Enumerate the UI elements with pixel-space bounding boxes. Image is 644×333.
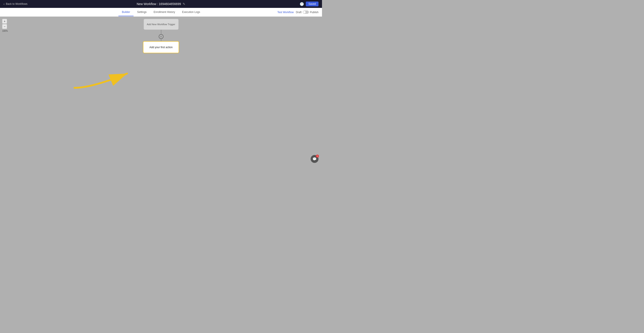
zoom-controls: + − 100%	[2, 19, 8, 32]
tab-enrollment-history[interactable]: Enrollment History	[150, 8, 178, 16]
topbar-actions: 🕐 Saved	[300, 1, 318, 6]
trigger-node[interactable]: Add New Workflow Trigger	[144, 19, 178, 30]
workflow-title-area: New Workflow : 1694604656699 ✎	[137, 2, 185, 6]
workflow-canvas: + − 100% Add New Workflow Trigger + Add …	[0, 17, 322, 166]
test-workflow-button[interactable]: Test Workflow	[277, 11, 294, 14]
zoom-out-button[interactable]: −	[2, 24, 7, 29]
navbar: Builder Settings Enrollment History Exec…	[0, 8, 322, 17]
back-label: Back to Workflows	[6, 2, 28, 5]
nav-tabs: Builder Settings Enrollment History Exec…	[118, 8, 204, 16]
zoom-level: 100%	[2, 30, 8, 32]
action-node[interactable]: Add your first action	[143, 41, 179, 53]
chat-icon: 💬	[312, 157, 317, 161]
draft-toggle-area: Draft Publish	[296, 10, 318, 14]
draft-label: Draft	[296, 11, 302, 14]
tab-settings[interactable]: Settings	[134, 8, 150, 16]
zoom-in-button[interactable]: +	[2, 19, 7, 24]
draft-publish-toggle[interactable]	[303, 10, 309, 14]
toggle-knob	[303, 11, 306, 13]
back-to-workflows[interactable]: ‹ Back to Workflows	[4, 2, 28, 6]
connector-line-2	[161, 39, 161, 41]
tab-builder[interactable]: Builder	[118, 8, 134, 16]
topbar: ‹ Back to Workflows New Workflow : 16946…	[0, 0, 322, 8]
history-icon[interactable]: 🕐	[300, 2, 304, 6]
back-chevron-icon: ‹	[4, 2, 4, 6]
nav-right-actions: Test Workflow Draft Publish	[277, 10, 318, 14]
workflow-title: New Workflow : 1694604656699	[137, 2, 181, 6]
arrow-annotation	[66, 57, 142, 92]
edit-title-icon[interactable]: ✎	[183, 2, 185, 6]
connector-line-1	[161, 30, 161, 34]
publish-label: Publish	[310, 11, 318, 14]
workflow-nodes-area: Add New Workflow Trigger + Add your firs…	[143, 19, 179, 53]
saved-button[interactable]: Saved	[306, 1, 318, 6]
chat-widget[interactable]: 💬 5	[310, 155, 318, 163]
tab-execution-logs[interactable]: Execution Logs	[178, 8, 204, 16]
chat-badge: 5	[316, 155, 319, 158]
add-action-circle-button[interactable]: +	[158, 34, 164, 39]
